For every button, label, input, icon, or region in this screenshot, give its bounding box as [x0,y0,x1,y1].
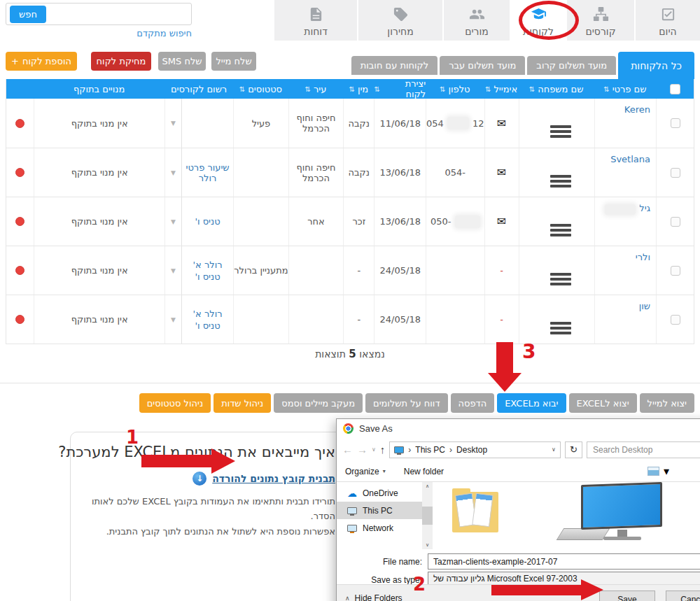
manage-fields-button[interactable]: ניהול שדות [214,393,271,413]
forward-arrow-icon[interactable]: → [357,444,368,455]
import-excel-button[interactable]: יבוא מEXCEL [497,393,566,413]
folder-icon[interactable] [452,488,498,532]
client-name-link[interactable]: Svetlana [610,154,650,164]
filter-tab-all-clients[interactable]: כל הלקוחות [618,52,694,79]
email-envelope-icon[interactable]: ✉ [497,117,506,130]
sort-icon[interactable]: ⇅ [529,85,535,93]
course-link[interactable]: שיעור פרטי רולר [182,162,233,183]
sort-icon[interactable]: ⇅ [305,85,311,93]
nav-tab-today[interactable]: היום [636,0,700,41]
tree-item-network[interactable]: Network [337,519,422,537]
row-checkbox[interactable] [671,168,680,178]
sort-icon[interactable]: ⇅ [603,85,609,93]
row-checkbox[interactable] [671,217,680,227]
column-header-created[interactable]: יצירת לקוח⇅ [374,79,426,99]
search-input[interactable] [50,5,188,23]
view-selector[interactable]: ▾ [648,465,669,478]
send-mail-button[interactable]: שלח מייל [211,52,256,71]
sort-icon[interactable]: ⇅ [440,85,445,93]
client-name-link[interactable]: ולרי [636,252,650,262]
email-envelope-icon[interactable]: ✉ [497,215,506,228]
delete-client-button[interactable]: מחיקת לקוח [91,52,151,71]
history-chevron-icon[interactable]: ∨ [372,446,376,453]
nav-tab-pricing[interactable]: מחירון [358,0,442,41]
send-sms-button[interactable]: שלח SMS [158,52,206,71]
hide-folders-button[interactable]: ∧ Hide Folders [345,593,402,601]
cell-city: אחר [288,197,344,246]
filter-tab-payment-soon[interactable]: מועד תשלום קרוב [527,56,616,75]
chevron-down-icon[interactable]: ▼ [165,246,182,295]
column-header-gender[interactable]: מין⇅ [343,79,374,99]
course-link[interactable]: טניס ו' [195,216,220,227]
download-template-link[interactable]: תבנית קובץ נתונים להורדה [212,473,335,484]
sort-icon[interactable]: ⇅ [374,85,379,93]
nav-tab-reports[interactable]: דוחות [274,0,357,41]
add-client-button[interactable]: הוספת לקוח + [6,52,77,71]
tree-item-onedrive[interactable]: ☁ OneDrive [337,484,422,502]
column-header-email[interactable]: אימייל⇅ [484,79,519,99]
download-icon[interactable]: ↓ [192,472,206,486]
client-name-link[interactable]: גיל [639,203,650,213]
sort-icon[interactable]: ⇅ [239,85,245,93]
cell-gender: - [343,246,374,295]
chevron-down-icon: ▾ [664,465,669,478]
new-folder-button[interactable]: New folder [404,467,444,476]
course-link[interactable]: טניס ו' [195,320,220,331]
select-all-checkbox[interactable] [670,84,680,94]
dialog-search-input[interactable] [587,441,700,458]
up-arrow-icon[interactable]: ↑ [380,444,386,455]
course-link[interactable]: טניס ו' [195,271,220,282]
search-button[interactable]: חפש [10,6,46,23]
back-arrow-icon[interactable]: ← [342,444,353,455]
breadcrumb-desktop[interactable]: Desktop [456,445,487,455]
filter-tab-clients-debts[interactable]: לקוחות עם חובות [351,56,438,75]
file-name-input[interactable] [428,553,700,570]
scrollbar-thumb[interactable] [422,507,433,525]
tree-scrollbar[interactable]: ∧ ∨ [422,482,433,549]
row-checkbox[interactable] [671,266,680,276]
column-header-last-name[interactable]: שם משפחה⇅ [519,79,594,99]
client-name-link[interactable]: שון [639,301,650,311]
save-button[interactable]: Save [599,591,655,601]
chevron-down-icon[interactable]: ▼ [165,99,182,148]
nav-tab-teachers[interactable]: מורים [444,0,510,41]
export-excel-button[interactable]: יצוא לEXCEL [569,393,637,413]
dialog-title-bar[interactable]: Save As [337,419,700,438]
client-name-link[interactable]: Keren [624,104,650,115]
mail-sms-tracking-button[interactable]: מעקב מיילים וסמס [274,393,363,413]
row-checkbox[interactable] [671,118,680,128]
chevron-down-icon[interactable]: ▼ [165,295,182,344]
breadcrumb[interactable]: › This PC › Desktop ∨ [389,441,560,458]
cancel-button[interactable]: Cancel [666,591,700,601]
refresh-icon[interactable]: ↻ [565,441,582,458]
chevron-down-icon[interactable]: ▼ [165,197,182,246]
censored-name-bars [550,125,571,138]
sort-icon[interactable]: ⇅ [485,85,491,93]
course-link[interactable]: רולר א' [193,260,223,270]
organize-menu[interactable]: Organize▾ [345,467,386,476]
scroll-down-icon[interactable]: ∨ [426,542,429,548]
column-header-city[interactable]: עיר⇅ [288,79,344,99]
column-header-first-name[interactable]: שם פרטי⇅ [594,79,656,99]
column-header-courses[interactable]: רשום לקורסים [164,79,233,99]
scroll-up-icon[interactable]: ∧ [426,483,429,489]
this-pc-icon[interactable] [557,483,669,546]
sort-icon[interactable]: ⇅ [349,85,354,93]
advanced-search-link[interactable]: חיפוש מתקדם [6,28,192,38]
row-checkbox[interactable] [671,315,680,325]
no-subscription-dot [15,266,24,275]
course-link[interactable]: רולר א' [193,309,223,319]
chevron-down-icon[interactable]: ▼ [165,148,182,197]
print-button[interactable]: הדפסה [451,393,495,413]
column-header-phone[interactable]: טלפון⇅ [426,79,484,99]
breadcrumb-this-pc[interactable]: This PC [415,445,445,455]
export-mail-button[interactable]: יצוא למייל [640,393,694,413]
tree-item-this-pc[interactable]: This PC [337,502,422,519]
manage-statuses-button[interactable]: ניהול סטטוסים [139,393,211,413]
filter-tab-payment-past[interactable]: מועד תשלום עבר [440,56,525,75]
column-header-statuses[interactable]: סטטוסים⇅ [233,79,288,99]
payments-report-button[interactable]: דווח על תשלומים [365,393,448,413]
breadcrumb-dropdown-icon[interactable]: ∨ [552,446,556,453]
email-envelope-icon[interactable]: ✉ [497,166,506,179]
column-header-subscriptions[interactable]: מנויים בתוקף [34,79,164,99]
